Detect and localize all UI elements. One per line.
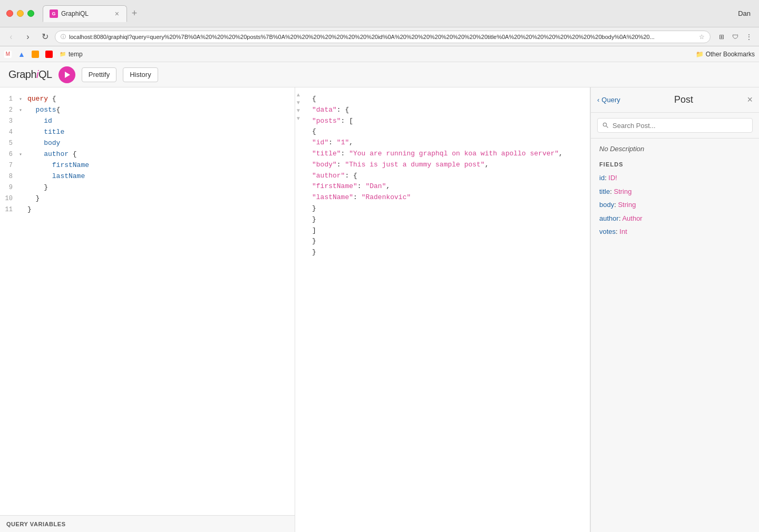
docs-field-id: id: ID! <box>599 173 751 183</box>
editor-line-10: 10 } <box>0 193 295 204</box>
docs-field-votes: votes: Int <box>599 226 751 237</box>
shield-icon[interactable]: 🛡 <box>729 31 741 43</box>
docs-field-type-id[interactable]: ID! <box>608 174 617 182</box>
youtube-icon <box>32 51 39 58</box>
docs-field-name-author[interactable]: author <box>599 214 619 222</box>
result-line: "id": "1", <box>312 137 581 149</box>
reload-button[interactable]: ↻ <box>38 30 52 44</box>
result-pane: ▲ ▼ ▼ ▼ { "data": { "posts": [ { "id": "… <box>295 87 590 532</box>
title-bar: G GraphiQL × + Dan <box>0 0 759 27</box>
result-line: "posts": [ <box>312 116 581 127</box>
docs-field-type-votes[interactable]: Int <box>619 228 627 235</box>
editor-line-5: 5 body <box>0 138 295 149</box>
result-line: } <box>312 247 581 258</box>
docs-field-name-body[interactable]: body <box>599 201 614 209</box>
bookmarks-right: 📁 Other Bookmarks <box>696 51 755 58</box>
graphiql-main: 1 ▾ query { 2 ▾ posts{ 3 id <box>0 87 759 532</box>
close-window-button[interactable] <box>6 10 13 17</box>
other-bookmarks-label[interactable]: Other Bookmarks <box>706 51 755 58</box>
user-name: Dan <box>738 9 751 17</box>
graphiql-header: GraphiQL Prettify History <box>0 62 759 87</box>
fullscreen-window-button[interactable] <box>27 10 34 17</box>
tab-favicon: G <box>50 9 58 18</box>
editor-line-3: 3 id <box>0 116 295 127</box>
scroll-arrow-down2: ▼ <box>296 107 301 113</box>
docs-back-label: Query <box>601 96 620 104</box>
folder-icon: 📁 <box>59 51 66 58</box>
prettify-button[interactable]: Prettify <box>82 67 116 82</box>
bookmark-yellow[interactable] <box>32 51 39 58</box>
bookmark-temp[interactable]: 📁 temp <box>59 51 83 58</box>
nav-bar: ‹ › ↻ ⓘ localhost:8080/graphiql?query=qu… <box>0 27 759 46</box>
query-variables-bar[interactable]: QUERY VARIABLES <box>0 515 295 532</box>
folder-icon-right: 📁 <box>696 51 704 58</box>
active-tab[interactable]: G GraphiQL × <box>43 5 127 22</box>
result-content: { "data": { "posts": [ { "id": "1", "tit… <box>295 87 590 532</box>
docs-field-body: body: String <box>599 200 751 210</box>
result-line: "author": { <box>312 171 581 182</box>
logo-italic: i <box>36 68 38 80</box>
docs-back-button[interactable]: ‹ Query <box>597 96 620 104</box>
nav-icons: ⊞ 🛡 ⋮ <box>716 31 755 43</box>
minimize-window-button[interactable] <box>17 10 24 17</box>
docs-field-name-id[interactable]: id <box>599 174 605 182</box>
bookmark-star-icon[interactable]: ☆ <box>699 33 705 41</box>
more-icon[interactable]: ⋮ <box>743 31 755 43</box>
browser-window: G GraphiQL × + Dan ‹ › ↻ ⓘ localhost:808… <box>0 0 759 532</box>
query-variables-label: QUERY VARIABLES <box>6 521 66 527</box>
query-editor[interactable]: 1 ▾ query { 2 ▾ posts{ 3 id <box>0 87 295 515</box>
graphiql-logo: GraphiQL <box>8 68 52 81</box>
red-icon <box>45 51 53 58</box>
result-line: "firstName": "Dan", <box>312 181 581 192</box>
editor-line-2: 2 ▾ posts{ <box>0 105 295 116</box>
bookmark-temp-label: temp <box>69 51 83 58</box>
docs-field-title: title: String <box>599 186 751 197</box>
tab-close-button[interactable]: × <box>114 9 120 18</box>
result-line: "data": { <box>312 105 581 116</box>
result-line: "lastName": "Radenkovic" <box>312 192 581 203</box>
history-button[interactable]: History <box>123 67 158 82</box>
scroll-arrow-down3: ▼ <box>296 115 301 121</box>
scroll-arrow-down: ▼ <box>296 100 301 105</box>
url-bar[interactable]: ⓘ localhost:8080/graphiql?query=query%20… <box>55 31 711 43</box>
drive-icon: ▲ <box>18 51 25 58</box>
tab-title: GraphiQL <box>61 10 89 17</box>
docs-field-type-title[interactable]: String <box>614 188 631 195</box>
forward-button[interactable]: › <box>21 30 35 44</box>
traffic-lights <box>6 10 34 17</box>
extensions-icon[interactable]: ⊞ <box>716 31 727 43</box>
result-line: "body": "This is just a dummy sample pos… <box>312 160 581 171</box>
bookmark-red[interactable] <box>45 51 53 58</box>
result-line: } <box>312 236 581 247</box>
editor-line-1: 1 ▾ query { <box>0 94 295 105</box>
docs-close-button[interactable]: × <box>747 94 753 105</box>
bookmarks-bar: M ▲ 📁 temp 📁 Other Bookmarks <box>0 46 759 62</box>
scroll-indicator: ▲ ▼ ▼ ▼ <box>295 87 301 532</box>
lock-icon: ⓘ <box>61 33 66 41</box>
execute-button[interactable] <box>59 66 75 83</box>
bookmark-drive[interactable]: ▲ <box>18 51 25 58</box>
result-line: "title": "You are running graphql on koa… <box>312 149 581 160</box>
docs-body: No Description FIELDS id: ID! title: Str… <box>591 139 759 532</box>
docs-field-type-author[interactable]: Author <box>622 214 642 222</box>
editor-line-6: 6 ▾ author { <box>0 149 295 160</box>
docs-search-input[interactable] <box>597 118 753 133</box>
result-line: } <box>312 214 581 225</box>
docs-no-description: No Description <box>599 145 751 153</box>
back-button[interactable]: ‹ <box>4 30 18 44</box>
result-line: { <box>312 94 581 105</box>
url-text: localhost:8080/graphiql?query=query%20%7… <box>69 34 696 40</box>
docs-field-author: author: Author <box>599 213 751 224</box>
docs-pane: ‹ Query Post × No Description FIELDS id:… <box>590 87 759 532</box>
docs-fields-title: FIELDS <box>599 161 751 168</box>
bookmark-gmail[interactable]: M <box>4 51 12 58</box>
editor-line-7: 7 firstName <box>0 160 295 171</box>
new-tab-button[interactable]: + <box>127 6 142 21</box>
docs-field-type-body[interactable]: String <box>618 201 636 209</box>
docs-search <box>591 113 759 139</box>
docs-field-name-title[interactable]: title <box>599 188 610 195</box>
result-line: { <box>312 126 581 137</box>
docs-field-name-votes[interactable]: votes <box>599 228 616 235</box>
chevron-left-icon: ‹ <box>597 96 599 104</box>
tab-bar: G GraphiQL × + <box>43 5 753 22</box>
